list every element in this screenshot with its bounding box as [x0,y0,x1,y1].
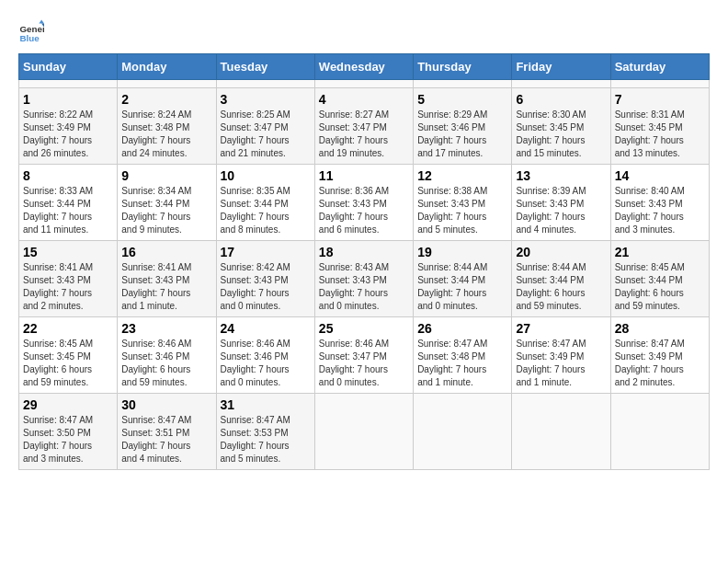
calendar-cell: 4Sunrise: 8:27 AM Sunset: 3:47 PM Daylig… [314,88,413,165]
calendar-table: SundayMondayTuesdayWednesdayThursdayFrid… [18,53,710,470]
day-number: 25 [319,321,409,336]
calendar-cell: 20Sunrise: 8:44 AM Sunset: 3:44 PM Dayli… [512,241,610,317]
day-number: 27 [516,321,606,336]
day-detail: Sunrise: 8:36 AM Sunset: 3:43 PM Dayligh… [319,185,409,236]
calendar-cell: 25Sunrise: 8:46 AM Sunset: 3:47 PM Dayli… [314,317,413,394]
day-detail: Sunrise: 8:33 AM Sunset: 3:44 PM Dayligh… [23,185,113,236]
day-detail: Sunrise: 8:47 AM Sunset: 3:49 PM Dayligh… [516,338,606,389]
day-detail: Sunrise: 8:25 AM Sunset: 3:47 PM Dayligh… [221,109,311,160]
day-number: 21 [615,245,705,259]
day-number: 15 [23,245,113,259]
calendar-week: 15Sunrise: 8:41 AM Sunset: 3:43 PM Dayli… [19,241,710,317]
day-number: 20 [516,245,606,259]
day-detail: Sunrise: 8:30 AM Sunset: 3:45 PM Dayligh… [516,109,606,160]
calendar-cell [414,394,512,470]
calendar-week: 22Sunrise: 8:45 AM Sunset: 3:45 PM Dayli… [19,317,710,394]
day-number: 2 [121,92,211,107]
day-number: 29 [23,397,113,412]
calendar-cell: 27Sunrise: 8:47 AM Sunset: 3:49 PM Dayli… [512,317,610,394]
weekday-header: Tuesday [216,54,314,80]
calendar-week: 8Sunrise: 8:33 AM Sunset: 3:44 PM Daylig… [19,165,710,241]
calendar-cell [314,394,413,470]
calendar-cell: 12Sunrise: 8:38 AM Sunset: 3:43 PM Dayli… [414,165,512,241]
day-detail: Sunrise: 8:41 AM Sunset: 3:43 PM Dayligh… [23,261,113,313]
day-detail: Sunrise: 8:47 AM Sunset: 3:50 PM Dayligh… [23,414,113,465]
calendar-cell: 22Sunrise: 8:45 AM Sunset: 3:45 PM Dayli… [19,317,118,394]
calendar-cell: 17Sunrise: 8:42 AM Sunset: 3:43 PM Dayli… [216,241,314,317]
calendar-cell: 3Sunrise: 8:25 AM Sunset: 3:47 PM Daylig… [216,88,314,165]
calendar-cell: 26Sunrise: 8:47 AM Sunset: 3:48 PM Dayli… [414,317,512,394]
day-number: 14 [615,168,705,183]
day-number: 10 [221,168,311,183]
day-detail: Sunrise: 8:42 AM Sunset: 3:43 PM Dayligh… [221,261,311,313]
day-detail: Sunrise: 8:46 AM Sunset: 3:46 PM Dayligh… [221,338,311,389]
day-number: 3 [221,92,311,107]
day-detail: Sunrise: 8:47 AM Sunset: 3:53 PM Dayligh… [221,414,311,465]
calendar-cell: 7Sunrise: 8:31 AM Sunset: 3:45 PM Daylig… [610,88,709,165]
day-number: 13 [516,168,606,183]
calendar-cell [216,80,314,88]
calendar-cell: 24Sunrise: 8:46 AM Sunset: 3:46 PM Dayli… [216,317,314,394]
calendar-cell: 2Sunrise: 8:24 AM Sunset: 3:48 PM Daylig… [118,88,216,165]
header: General Blue [18,18,710,44]
calendar-cell [610,80,709,88]
day-detail: Sunrise: 8:47 AM Sunset: 3:49 PM Dayligh… [615,338,705,389]
calendar-cell: 23Sunrise: 8:46 AM Sunset: 3:46 PM Dayli… [118,317,216,394]
weekday-header: Friday [512,54,610,80]
calendar-cell: 18Sunrise: 8:43 AM Sunset: 3:43 PM Dayli… [314,241,413,317]
calendar-cell: 31Sunrise: 8:47 AM Sunset: 3:53 PM Dayli… [216,394,314,470]
day-number: 5 [417,92,507,107]
day-detail: Sunrise: 8:38 AM Sunset: 3:43 PM Dayligh… [417,185,507,236]
calendar-week: 1Sunrise: 8:22 AM Sunset: 3:49 PM Daylig… [19,88,710,165]
day-number: 26 [417,321,507,336]
day-detail: Sunrise: 8:46 AM Sunset: 3:47 PM Dayligh… [319,338,409,389]
day-detail: Sunrise: 8:22 AM Sunset: 3:49 PM Dayligh… [23,109,113,160]
calendar-cell [314,80,413,88]
calendar-cell: 13Sunrise: 8:39 AM Sunset: 3:43 PM Dayli… [512,165,610,241]
svg-marker-2 [39,19,44,23]
calendar-cell [19,80,118,88]
calendar-cell: 8Sunrise: 8:33 AM Sunset: 3:44 PM Daylig… [19,165,118,241]
calendar-cell: 11Sunrise: 8:36 AM Sunset: 3:43 PM Dayli… [314,165,413,241]
day-number: 12 [417,168,507,183]
day-number: 18 [319,245,409,259]
calendar-cell [414,80,512,88]
calendar-cell: 14Sunrise: 8:40 AM Sunset: 3:43 PM Dayli… [610,165,709,241]
calendar-cell: 9Sunrise: 8:34 AM Sunset: 3:44 PM Daylig… [118,165,216,241]
logo-icon: General Blue [18,18,44,44]
day-number: 17 [221,245,311,259]
day-number: 6 [516,92,606,107]
calendar-week: 29Sunrise: 8:47 AM Sunset: 3:50 PM Dayli… [19,394,710,470]
day-number: 1 [23,92,113,107]
calendar-cell: 21Sunrise: 8:45 AM Sunset: 3:44 PM Dayli… [610,241,709,317]
day-number: 30 [121,397,211,412]
day-detail: Sunrise: 8:24 AM Sunset: 3:48 PM Dayligh… [121,109,211,160]
calendar-cell: 1Sunrise: 8:22 AM Sunset: 3:49 PM Daylig… [19,88,118,165]
day-number: 19 [417,245,507,259]
calendar-cell [118,80,216,88]
day-detail: Sunrise: 8:31 AM Sunset: 3:45 PM Dayligh… [615,109,705,160]
day-detail: Sunrise: 8:45 AM Sunset: 3:44 PM Dayligh… [615,261,705,313]
day-number: 8 [23,168,113,183]
calendar-week [19,80,710,88]
weekday-header: Monday [118,54,216,80]
weekday-header: Sunday [19,54,118,80]
day-number: 4 [319,92,409,107]
day-detail: Sunrise: 8:47 AM Sunset: 3:48 PM Dayligh… [417,338,507,389]
svg-text:Blue: Blue [19,33,40,43]
day-detail: Sunrise: 8:35 AM Sunset: 3:44 PM Dayligh… [221,185,311,236]
calendar-cell: 28Sunrise: 8:47 AM Sunset: 3:49 PM Dayli… [610,317,709,394]
calendar-cell: 15Sunrise: 8:41 AM Sunset: 3:43 PM Dayli… [19,241,118,317]
day-detail: Sunrise: 8:46 AM Sunset: 3:46 PM Dayligh… [121,338,211,389]
day-detail: Sunrise: 8:29 AM Sunset: 3:46 PM Dayligh… [417,109,507,160]
weekday-header: Saturday [610,54,709,80]
day-detail: Sunrise: 8:44 AM Sunset: 3:44 PM Dayligh… [417,261,507,313]
day-detail: Sunrise: 8:40 AM Sunset: 3:43 PM Dayligh… [615,185,705,236]
calendar-cell [512,394,610,470]
day-number: 16 [121,245,211,259]
day-detail: Sunrise: 8:34 AM Sunset: 3:44 PM Dayligh… [121,185,211,236]
header-row: SundayMondayTuesdayWednesdayThursdayFrid… [19,54,710,80]
day-detail: Sunrise: 8:45 AM Sunset: 3:45 PM Dayligh… [23,338,113,389]
calendar-cell: 30Sunrise: 8:47 AM Sunset: 3:51 PM Dayli… [118,394,216,470]
day-detail: Sunrise: 8:41 AM Sunset: 3:43 PM Dayligh… [121,261,211,313]
